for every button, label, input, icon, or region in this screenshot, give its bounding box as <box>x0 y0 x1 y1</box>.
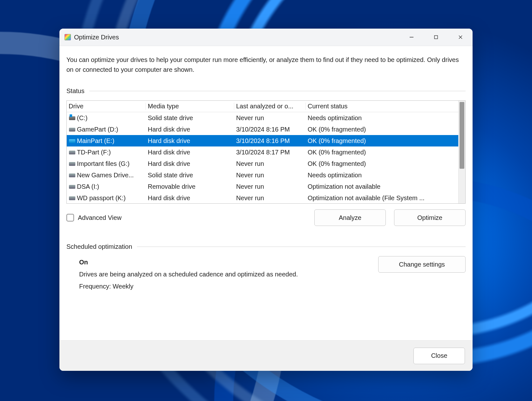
drive-icon <box>69 139 76 143</box>
column-header-status[interactable]: Current status <box>306 103 458 110</box>
drive-icon <box>69 116 76 120</box>
divider <box>137 247 466 247</box>
change-settings-button[interactable]: Change settings <box>378 256 466 273</box>
drive-icon <box>69 184 76 189</box>
media-type: Hard disk drive <box>146 126 234 133</box>
drive-name: WD passport (K:) <box>77 194 126 202</box>
media-type: Solid state drive <box>146 172 234 179</box>
drive-icon <box>69 150 76 154</box>
last-analyzed: Never run <box>234 160 306 167</box>
table-row[interactable]: Important files (G:)Hard disk driveNever… <box>67 158 458 169</box>
drive-name: Important files (G:) <box>77 160 130 167</box>
media-type: Hard disk drive <box>146 149 234 156</box>
last-analyzed: Never run <box>234 194 306 202</box>
titlebar[interactable]: Optimize Drives <box>59 29 473 46</box>
status-section-label: Status <box>66 87 85 95</box>
current-status: OK (0% fragmented) <box>306 160 458 167</box>
media-type: Removable drive <box>146 183 234 190</box>
last-analyzed: 3/10/2024 8:16 PM <box>234 126 306 133</box>
drive-name: (C:) <box>77 114 87 122</box>
svg-rect-1 <box>434 36 438 39</box>
table-row[interactable]: (C:)Solid state driveNever runNeeds opti… <box>67 112 458 124</box>
last-analyzed: Never run <box>234 183 306 190</box>
drive-name: New Games Drive... <box>77 172 134 179</box>
drive-name: TD-Part (F:) <box>77 149 111 156</box>
drive-name: DSA (I:) <box>77 183 99 190</box>
current-status: OK (0% fragmented) <box>306 149 458 156</box>
drive-name: GamePart (D:) <box>77 126 118 133</box>
optimize-drives-window: Optimize Drives You can optimize your dr… <box>59 29 473 371</box>
scrollbar-thumb[interactable] <box>460 102 464 169</box>
advanced-view-checkbox[interactable] <box>66 214 74 221</box>
last-analyzed: 3/10/2024 8:16 PM <box>234 137 306 145</box>
media-type: Hard disk drive <box>146 194 234 202</box>
table-scrollbar[interactable] <box>458 101 465 203</box>
optimize-button[interactable]: Optimize <box>394 209 466 226</box>
media-type: Hard disk drive <box>146 137 234 145</box>
drive-icon <box>69 161 76 166</box>
current-status: Needs optimization <box>306 114 458 122</box>
column-header-media[interactable]: Media type <box>146 103 234 110</box>
table-header-row: Drive Media type Last analyzed or o... C… <box>67 101 458 112</box>
maximize-button[interactable] <box>424 29 448 46</box>
scheduled-frequency: Frequency: Weekly <box>79 280 378 292</box>
current-status: OK (0% fragmented) <box>306 137 458 145</box>
drive-icon <box>69 196 76 200</box>
minimize-button[interactable] <box>399 29 424 46</box>
drives-table: Drive Media type Last analyzed or o... C… <box>66 100 466 204</box>
last-analyzed: Never run <box>234 172 306 179</box>
table-row[interactable]: TD-Part (F:)Hard disk drive3/10/2024 8:1… <box>67 146 458 158</box>
drive-icon <box>69 127 76 132</box>
media-type: Solid state drive <box>146 114 234 122</box>
table-row[interactable]: New Games Drive...Solid state driveNever… <box>67 169 458 181</box>
scheduled-section-label: Scheduled optimization <box>66 243 132 250</box>
current-status: OK (0% fragmented) <box>306 126 458 133</box>
drive-name: MainPart (E:) <box>77 137 114 145</box>
intro-text: You can optimize your drives to help you… <box>66 55 466 75</box>
dialog-footer: Close <box>59 340 473 371</box>
table-row[interactable]: WD passport (K:)Hard disk driveNever run… <box>67 192 458 203</box>
divider <box>89 91 466 91</box>
column-header-last[interactable]: Last analyzed or o... <box>234 103 306 110</box>
column-header-drive[interactable]: Drive <box>67 103 146 110</box>
app-icon <box>65 34 71 40</box>
table-row[interactable]: DSA (I:)Removable driveNever runOptimiza… <box>67 181 458 192</box>
scheduled-description: Drives are being analyzed on a scheduled… <box>79 268 378 280</box>
scheduled-state: On <box>79 256 378 268</box>
current-status: Optimization not available (File System … <box>306 194 458 202</box>
current-status: Optimization not available <box>306 183 458 190</box>
analyze-button[interactable]: Analyze <box>314 209 386 226</box>
last-analyzed: 3/10/2024 8:17 PM <box>234 149 306 156</box>
table-row[interactable]: MainPart (E:)Hard disk drive3/10/2024 8:… <box>67 135 458 146</box>
advanced-view-label: Advanced View <box>78 214 122 221</box>
current-status: Needs optimization <box>306 172 458 179</box>
drive-icon <box>69 173 76 177</box>
last-analyzed: Never run <box>234 114 306 122</box>
close-button[interactable] <box>448 29 473 46</box>
table-row[interactable]: GamePart (D:)Hard disk drive3/10/2024 8:… <box>67 124 458 135</box>
media-type: Hard disk drive <box>146 160 234 167</box>
window-title: Optimize Drives <box>74 34 119 41</box>
close-dialog-button[interactable]: Close <box>413 348 465 364</box>
